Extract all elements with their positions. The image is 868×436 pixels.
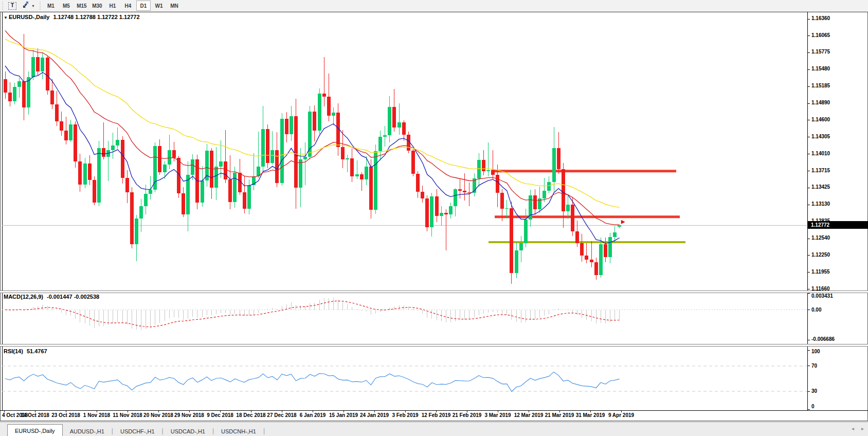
- candle-body: [139, 206, 143, 219]
- candle-body: [266, 129, 269, 163]
- macd-indicator-label: MACD(12,26,9)-0.001447 -0.002538: [4, 294, 99, 300]
- candle-body: [505, 208, 509, 209]
- candle-body: [378, 137, 382, 151]
- chart-canvas[interactable]: [0, 12, 868, 422]
- candle-body: [121, 140, 124, 178]
- rsi-value: 51.4767: [27, 348, 47, 354]
- candle-body: [491, 170, 495, 175]
- chart-title-quotes: 1.12748 1.12788 1.12722 1.12772: [53, 14, 139, 20]
- macd-rsi-splitter[interactable]: [0, 344, 868, 347]
- axis-ticks: [5, 19, 810, 412]
- candle-body: [486, 170, 490, 171]
- candle-body: [332, 113, 335, 116]
- text-tool-button[interactable]: T: [6, 1, 19, 11]
- main-macd-splitter[interactable]: [0, 290, 868, 293]
- toolbar-group-grip[interactable]: [39, 2, 42, 10]
- candle-body: [290, 116, 293, 134]
- chart-tab-eurusd[interactable]: EURUSD-,Daily: [7, 424, 63, 436]
- timeframe-button-mn[interactable]: MN: [167, 1, 182, 11]
- collapse-triangle-icon[interactable]: ▼: [4, 15, 8, 20]
- candle-body: [566, 205, 570, 211]
- chart-title: ▼EURUSD-,Daily1.12748 1.12788 1.12722 1.…: [4, 14, 140, 20]
- candle-body: [369, 167, 373, 210]
- timeframe-button-m1[interactable]: M1: [44, 1, 58, 11]
- candle-body: [562, 169, 565, 211]
- candle-body: [224, 161, 227, 179]
- tabs-holder: EURUSD-,DailyAUDUSD-,H1|USDCHF-,H1|USDCA…: [0, 424, 265, 436]
- macd-values: -0.001447 -0.002538: [47, 294, 99, 300]
- timeframe-button-m15[interactable]: M15: [75, 1, 89, 11]
- timeframe-button-h4[interactable]: H4: [121, 1, 135, 11]
- candle-body: [374, 151, 377, 210]
- chart-tab-usdcad[interactable]: USDCAD-,H1: [164, 426, 212, 436]
- candle-body: [440, 213, 443, 216]
- candle-body: [449, 206, 453, 215]
- timeframe-button-m5[interactable]: M5: [59, 1, 74, 11]
- macd-signal-line: [5, 301, 620, 327]
- candle-body: [618, 225, 621, 227]
- candle-body: [557, 148, 560, 169]
- candle-body: [524, 220, 528, 243]
- candle-body: [102, 148, 105, 157]
- candle-body: [552, 148, 556, 182]
- candle-body: [8, 93, 12, 101]
- candle-body: [510, 208, 513, 273]
- candle-body: [158, 146, 161, 172]
- tab-scroll-arrows: ◂ ▸: [852, 425, 864, 432]
- candle-body: [458, 189, 462, 191]
- frame-lines: [3, 12, 808, 410]
- candle-body: [55, 104, 59, 122]
- chart-title-symbol: EURUSD-,Daily: [9, 14, 49, 20]
- timeframe-button-group: M1M5M15M30H1H4D1W1MN: [43, 1, 182, 11]
- chart-tab-audusd[interactable]: AUDUSD-,H1: [63, 426, 112, 436]
- timeframe-button-d1[interactable]: D1: [136, 1, 151, 11]
- candle-body: [13, 87, 16, 101]
- candle-body: [313, 112, 316, 131]
- timeframe-button-m30[interactable]: M30: [90, 1, 104, 11]
- candle-body: [430, 196, 433, 227]
- candle-body: [444, 213, 448, 214]
- rsi-indicator-label: RSI(14)51.4767: [4, 348, 47, 354]
- candle-body: [36, 57, 40, 71]
- candle-body: [496, 175, 499, 193]
- candle-body: [228, 179, 232, 202]
- candle-body: [130, 192, 134, 245]
- time-axis-line: [0, 410, 868, 411]
- candle-body: [580, 243, 584, 255]
- candle-body: [74, 124, 77, 162]
- candle-body: [599, 244, 603, 275]
- candle-body: [182, 193, 185, 214]
- candle-body: [360, 174, 364, 179]
- candle-body: [303, 157, 307, 159]
- tab-scroll-left-icon[interactable]: ◂: [852, 425, 854, 432]
- candle-body: [97, 148, 101, 203]
- candle-body: [60, 121, 63, 131]
- candle-body: [416, 174, 420, 192]
- text-tool-icon: T: [8, 2, 16, 10]
- candle-body: [261, 129, 265, 167]
- candle-body: [613, 232, 617, 237]
- chart-tab-usdchf[interactable]: USDCHF-,H1: [113, 426, 162, 436]
- candle-body: [346, 158, 349, 159]
- candle-body: [46, 58, 49, 90]
- chart-tab-usdcnh[interactable]: USDCNH-,H1: [214, 426, 263, 436]
- candle-body: [186, 175, 190, 214]
- candle-body: [93, 180, 96, 203]
- candle-body: [350, 158, 354, 177]
- price-arrow-marker[interactable]: [621, 220, 625, 224]
- candle-body: [270, 150, 274, 163]
- tab-scroll-right-icon[interactable]: ▸: [861, 425, 864, 432]
- candle-body: [519, 243, 523, 250]
- candle-body: [402, 122, 406, 134]
- timeframe-button-w1[interactable]: W1: [152, 1, 166, 11]
- candle-body: [383, 135, 387, 137]
- candle-body: [594, 262, 598, 275]
- candle-body: [64, 131, 68, 140]
- candle-body: [454, 189, 457, 206]
- candle-body: [575, 231, 579, 243]
- timeframe-button-h1[interactable]: H1: [105, 1, 120, 11]
- candle-body: [69, 124, 73, 140]
- toolbar-drag-grip[interactable]: [2, 2, 4, 10]
- candle-body: [243, 192, 246, 209]
- draw-arrows-button[interactable]: ▼: [20, 1, 37, 11]
